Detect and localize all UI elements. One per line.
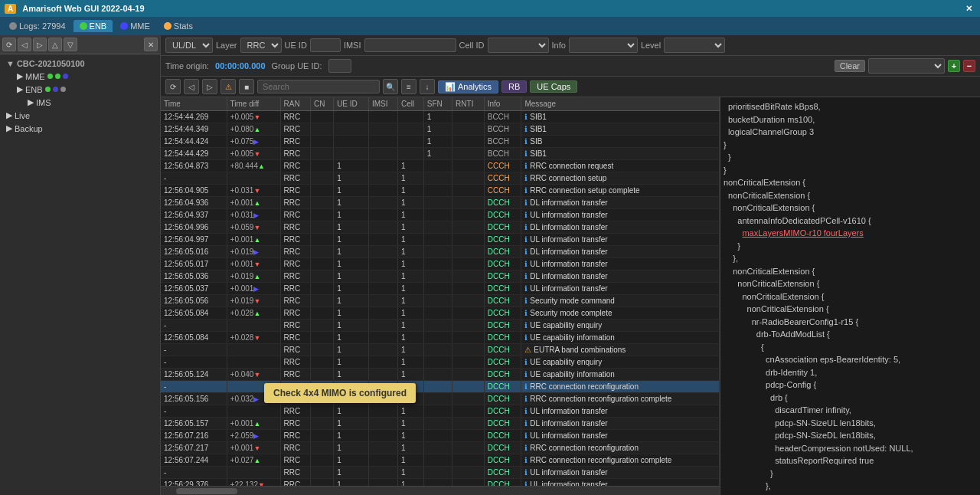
- table-row[interactable]: - RRC 1 1 DCCH ℹ UL information transfer: [161, 405, 720, 418]
- table-row[interactable]: 12:56:04.937 +0.031▶ RRC 1 1 DCCH ℹ UL i…: [161, 209, 720, 221]
- tree-root[interactable]: ▼ CBC-2021050100: [3, 57, 157, 70]
- warn-filter-button[interactable]: ⚠: [220, 79, 236, 94]
- table-row[interactable]: - RRC 1 1 DCCH ℹ UE capability enquiry: [161, 356, 720, 369]
- tree-item-backup[interactable]: ▶ Backup: [3, 122, 157, 135]
- table-row[interactable]: 12:56:07.244 +0.027▲ RRC 1 1 DCCH ℹ RRC …: [161, 454, 720, 467]
- caps-button[interactable]: UE Caps: [530, 80, 577, 93]
- info-label: Info: [552, 41, 566, 50]
- sidebar-close-button[interactable]: ✕: [144, 38, 158, 51]
- tree-item-ims[interactable]: ▶ IMS: [24, 96, 157, 109]
- tab-enb[interactable]: ENB: [74, 20, 113, 32]
- tab-stats[interactable]: Stats: [158, 20, 199, 32]
- tab-logs[interactable]: Logs: 27994: [3, 20, 72, 32]
- cell-timediff: +0.001▲: [227, 234, 280, 246]
- cell-imsi: [369, 356, 398, 369]
- table-row[interactable]: 12:56:07.216 +2.059▶ RRC 1 1 DCCH ℹ UL i…: [161, 430, 720, 442]
- table-row[interactable]: 12:56:04.936 +0.001▲ RRC 1 1 DCCH ℹ DL i…: [161, 197, 720, 209]
- sidebar-btn-2[interactable]: ◁: [18, 38, 31, 51]
- table-row[interactable]: 12:56:05.016 +0.019▶ RRC 1 1 DCCH ℹ DL i…: [161, 246, 720, 258]
- filter-icon-btn[interactable]: ≡: [401, 79, 416, 94]
- table-row[interactable]: 12:54:44.349 +0.080▲ RRC 1 BCCH ℹ SIB1: [161, 123, 720, 136]
- search-input[interactable]: [257, 80, 380, 93]
- arrow-up-icon: ▲: [253, 199, 260, 207]
- cell-message: ℹ UL information transfer: [521, 430, 720, 442]
- horizontal-scrollbar[interactable]: [161, 486, 720, 495]
- table-row[interactable]: 12:54:44.269 +0.005▼ RRC 1 BCCH ℹ SIB1: [161, 111, 720, 123]
- scroll-thumb[interactable]: [176, 488, 237, 494]
- sidebar-btn-4[interactable]: △: [48, 38, 62, 51]
- table-row[interactable]: 12:56:04.873 +80.444▲ RRC 1 1 CCCH ℹ RRC…: [161, 160, 720, 172]
- sidebar-btn-3[interactable]: ▷: [33, 38, 47, 51]
- close-button[interactable]: ✕: [962, 4, 975, 14]
- cell-info: CCCH: [484, 172, 521, 185]
- cell-imsi: [369, 197, 398, 209]
- table-row[interactable]: 12:56:05.056 +0.019▼ RRC 1 1 DCCH ℹ Secu…: [161, 295, 720, 307]
- export-icon-btn[interactable]: ↓: [420, 79, 435, 94]
- table-row[interactable]: - RRC 1 1 DCCH ℹ RRC connection reconfig…: [161, 381, 720, 393]
- code-panel[interactable]: prioritisedBitRate kBps8, bucketDuration…: [720, 97, 980, 495]
- table-row[interactable]: 12:56:04.997 +0.001▲ RRC 1 1 DCCH ℹ UL i…: [161, 234, 720, 246]
- table-row[interactable]: 12:56:29.376 +22.132▼ RRC 1 1 DCCH ℹ UL …: [161, 479, 720, 487]
- level-select[interactable]: [664, 38, 725, 53]
- cell-cn: [310, 344, 333, 356]
- analytics-button[interactable]: 📊 Analytics: [438, 80, 498, 93]
- remove-filter-button[interactable]: −: [963, 60, 975, 72]
- search-icon-btn[interactable]: 🔍: [383, 79, 398, 94]
- table-row[interactable]: - RRC 1 1 CCCH ℹ RRC connection setup: [161, 172, 720, 185]
- table-row[interactable]: 12:56:05.036 +0.019▲ RRC 1 1 DCCH ℹ DL i…: [161, 270, 720, 283]
- refresh-button[interactable]: ⟳: [165, 79, 181, 94]
- stop-button[interactable]: ■: [239, 79, 254, 94]
- cell-ran: RRC: [280, 307, 310, 320]
- cell-ueid: 1: [334, 283, 369, 295]
- tree-item-mme[interactable]: ▶ MME: [14, 70, 157, 83]
- col-time: Time: [161, 97, 227, 111]
- cell-time: 12:54:44.269: [161, 111, 227, 123]
- cell-message: ℹ UL information transfer: [521, 467, 720, 479]
- table-row[interactable]: 12:56:04.996 +0.059▼ RRC 1 1 DCCH ℹ DL i…: [161, 221, 720, 234]
- table-row[interactable]: - RRC 1 1 DCCH ℹ UE capability enquiry: [161, 320, 720, 332]
- rb-button[interactable]: RB: [501, 80, 527, 93]
- cell-imsi: [369, 111, 398, 123]
- table-row[interactable]: - RRC 1 1 DCCH ⚠ EUTRA band combinations: [161, 344, 720, 356]
- cell-timediff: [227, 356, 280, 369]
- table-row[interactable]: 12:56:05.084 +0.028▼ RRC 1 1 DCCH ℹ UE c…: [161, 332, 720, 344]
- ueid-input[interactable]: [310, 38, 341, 52]
- layer-select[interactable]: RRC: [240, 38, 282, 53]
- cell-ueid: 1: [334, 442, 369, 454]
- cell-message: ℹ UL information transfer: [521, 234, 720, 246]
- table-row[interactable]: - RRC 1 1 DCCH ℹ UL information transfer: [161, 467, 720, 479]
- cell-cell: 1: [398, 258, 424, 270]
- info-select[interactable]: [569, 38, 638, 53]
- table-row[interactable]: 12:54:44.429 +0.005▼ RRC 1 BCCH ℹ SIB1: [161, 148, 720, 160]
- table-row[interactable]: 12:56:05.037 +0.001▶ RRC 1 1 DCCH ℹ UL i…: [161, 283, 720, 295]
- uldl-select[interactable]: UL/DL: [165, 38, 213, 53]
- clear-options-select[interactable]: [868, 58, 945, 74]
- table-row[interactable]: 12:56:05.157 +0.001▲ RRC 1 1 DCCH ℹ DL i…: [161, 418, 720, 430]
- table-row[interactable]: 12:56:05.124 +0.040▼ RRC 1 1 DCCH ℹ UE c…: [161, 369, 720, 381]
- log-scroll-area[interactable]: Time Time diff RAN CN UE ID IMSI Cell SF…: [161, 97, 720, 486]
- cell-message: ℹ Security mode complete: [521, 307, 720, 320]
- arrow-down-icon: ▼: [253, 444, 260, 452]
- table-row[interactable]: 12:56:05.017 +0.001▼ RRC 1 1 DCCH ℹ UL i…: [161, 258, 720, 270]
- tab-mme[interactable]: MME: [114, 20, 156, 32]
- info-icon: ℹ: [524, 321, 528, 329]
- tree-item-enb[interactable]: ▶ ENB: [14, 83, 157, 96]
- cell-message: ℹ DL information transfer: [521, 246, 720, 258]
- table-row[interactable]: 12:56:04.905 +0.031▼ RRC 1 1 CCCH ℹ RRC …: [161, 185, 720, 197]
- tree-item-live[interactable]: ▶ Live: [3, 109, 157, 122]
- table-row[interactable]: 12:56:07.217 +0.001▼ RRC 1 1 DCCH ℹ RRC …: [161, 442, 720, 454]
- sidebar-btn-5[interactable]: ▽: [64, 38, 77, 51]
- imsi-input[interactable]: [364, 38, 456, 52]
- prev-button[interactable]: ◁: [184, 79, 199, 94]
- group-ueid-input[interactable]: [328, 59, 351, 73]
- add-filter-button[interactable]: +: [948, 60, 960, 72]
- cell-message: ⚠ EUTRA band combinations: [521, 344, 720, 356]
- sidebar-btn-1[interactable]: ⟳: [2, 38, 16, 51]
- table-row[interactable]: 12:54:44.424 +0.075▶ RRC 1 BCCH ℹ SIB: [161, 136, 720, 148]
- cellid-select[interactable]: [488, 38, 549, 53]
- next-button[interactable]: ▷: [202, 79, 217, 94]
- table-row[interactable]: 12:56:05.156 +0.032▶ RRC 1 1 DCCH ℹ RRC …: [161, 393, 720, 405]
- table-row[interactable]: 12:56:05.084 +0.028▲ RRC 1 1 DCCH ℹ Secu…: [161, 307, 720, 320]
- cell-rnti: [452, 209, 485, 221]
- clear-button[interactable]: Clear: [835, 60, 865, 72]
